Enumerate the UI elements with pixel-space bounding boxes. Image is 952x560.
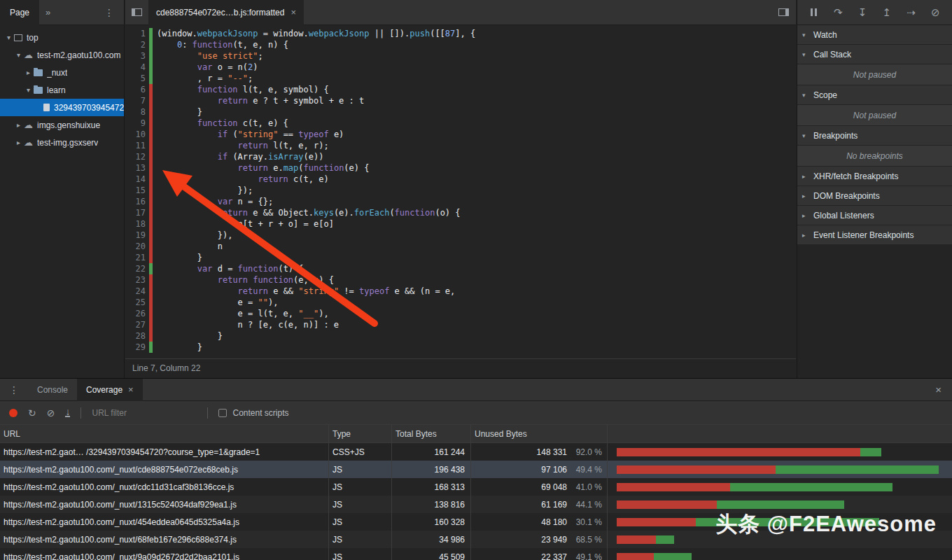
line-number[interactable]: 27 [125,319,149,330]
line-number[interactable]: 17 [125,207,149,218]
deactivate-breakpoints-icon[interactable]: ⊘ [927,6,943,19]
line-number[interactable]: 29 [125,342,149,353]
disclosure-triangle-icon[interactable]: ▾ [24,86,33,94]
section-header[interactable]: ▸Event Listener Breakpoints [797,225,952,245]
clear-icon[interactable]: ⊘ [47,407,55,419]
tree-item[interactable]: ▾learn [0,81,124,99]
step-icon[interactable]: ⇢ [904,6,919,19]
coverage-type: JS [329,461,392,478]
code-line: 13 return e.map(function(e) { [125,162,796,174]
line-number[interactable]: 11 [125,140,149,151]
line-number[interactable]: 6 [125,84,149,95]
tree-item[interactable]: ▸☁test-img.gsxserv [0,134,124,151]
code-text: }); [153,185,253,196]
close-tab-icon[interactable]: × [290,7,296,18]
disclosure-triangle-icon: ▸ [802,232,809,239]
coverage-row[interactable]: https://test-m2.gaotu100.com/_nuxt/cdc11… [0,478,952,496]
reload-icon[interactable]: ↻ [28,407,36,419]
line-number[interactable]: 4 [125,62,149,73]
step-into-icon[interactable]: ↧ [855,6,870,19]
line-number[interactable]: 22 [125,263,149,274]
drawer-menu-icon[interactable]: ⋮ [0,384,28,396]
coverage-usage-bar [608,531,952,548]
code-text: if (Array.isArray(e)) [153,151,323,162]
disclosure-triangle-icon[interactable]: ▸ [14,121,23,129]
tree-item[interactable]: ▾top [0,29,124,46]
section-header[interactable]: ▾Scope [797,85,952,105]
header-url[interactable]: URL [0,425,329,442]
section-header[interactable]: ▾Watch [797,25,952,45]
section-title: Breakpoints [813,131,858,141]
close-coverage-tab-icon[interactable]: × [128,384,134,395]
line-number[interactable]: 12 [125,151,149,162]
tree-item[interactable]: 3294397039454720?course_type=1&grade=1 [0,99,124,116]
coverage-row[interactable]: https://test-m2.gaotu100.com/_nuxt/1315c… [0,496,952,513]
code-editor[interactable]: 1(window.webpackJsonp = window.webpackJs… [125,25,796,358]
line-number[interactable]: 16 [125,196,149,207]
tab-console[interactable]: Console [28,379,77,401]
coverage-row[interactable]: https://test-m2.gaotu100.com/_nuxt/454ed… [0,513,952,531]
line-number[interactable]: 28 [125,330,149,342]
line-number[interactable]: 13 [125,162,149,174]
header-unused-bytes[interactable]: Unused Bytes [471,425,608,442]
coverage-unused-group: 23 94968.5 % [471,531,608,548]
url-filter-input[interactable] [92,408,197,418]
toggle-debugger-sidebar-icon[interactable] [778,8,789,16]
close-drawer-icon[interactable]: × [925,384,952,396]
line-number[interactable]: 2 [125,39,149,50]
section-header[interactable]: ▾Breakpoints [797,126,952,146]
line-number[interactable]: 3 [125,50,149,62]
coverage-total-bytes: 196 438 [392,461,471,478]
tree-item[interactable]: ▾☁test-m2.gaotu100.com [0,46,124,64]
navigator-menu-icon[interactable]: ⋮ [94,7,124,18]
disclosure-triangle-icon[interactable]: ▾ [14,51,23,59]
line-number[interactable]: 21 [125,252,149,263]
header-type[interactable]: Type [329,425,392,442]
line-number[interactable]: 19 [125,230,149,241]
coverage-usage-bar [608,461,952,478]
line-number[interactable]: 7 [125,95,149,106]
toggle-navigator-icon[interactable] [132,8,142,16]
line-number[interactable]: 8 [125,106,149,118]
line-number[interactable]: 20 [125,241,149,252]
coverage-row[interactable]: https://test-m2.gaotu100.com/_nuxt/9a09d… [0,548,952,560]
disclosure-triangle-icon[interactable]: ▸ [24,69,33,76]
step-out-icon[interactable]: ↥ [879,6,895,19]
coverage-row[interactable]: https://test-m2.gaot… /3294397039454720?… [0,443,952,461]
step-over-icon[interactable]: ↷ [830,6,846,19]
tree-item[interactable]: ▸☁imgs.genshuixue [0,116,124,134]
coverage-unused-group: 48 18030.1 % [471,513,608,531]
line-number[interactable]: 18 [125,218,149,230]
line-number[interactable]: 10 [125,129,149,140]
line-number[interactable]: 25 [125,297,149,308]
export-icon[interactable]: ↓ [65,408,70,417]
coverage-unused-group: 22 33749.1 % [471,548,608,560]
line-number[interactable]: 15 [125,185,149,196]
line-number[interactable]: 5 [125,73,149,84]
disclosure-triangle-icon: ▾ [802,31,809,38]
line-number[interactable]: 26 [125,308,149,319]
line-number[interactable]: 23 [125,274,149,286]
section-header[interactable]: ▸Global Listeners [797,206,952,225]
section-header[interactable]: ▸DOM Breakpoints [797,186,952,206]
more-tabs-chevron-icon[interactable]: » [39,7,57,18]
pause-icon[interactable] [806,6,822,18]
tab-coverage[interactable]: Coverage × [77,379,143,401]
disclosure-triangle-icon[interactable]: ▾ [4,34,13,41]
header-total-bytes[interactable]: Total Bytes [392,425,471,442]
coverage-row[interactable]: https://test-m2.gaotu100.com/_nuxt/cde88… [0,461,952,478]
content-scripts-checkbox[interactable] [218,409,227,417]
line-number[interactable]: 24 [125,286,149,297]
section-header[interactable]: ▸XHR/fetch Breakpoints [797,167,952,186]
editor-tab[interactable]: cde888754e072ec…b.js:formatted × [148,0,304,25]
tree-item[interactable]: ▸_nuxt [0,64,124,81]
line-number[interactable]: 1 [125,28,149,39]
tab-page[interactable]: Page [0,0,39,25]
record-coverage-button[interactable] [9,409,18,417]
coverage-row[interactable]: https://test-m2.gaotu100.com/_nuxt/68feb… [0,531,952,548]
code-text: }), [153,230,232,241]
section-header[interactable]: ▾Call Stack [797,45,952,64]
disclosure-triangle-icon[interactable]: ▸ [14,139,23,146]
line-number[interactable]: 9 [125,118,149,129]
line-number[interactable]: 14 [125,174,149,185]
